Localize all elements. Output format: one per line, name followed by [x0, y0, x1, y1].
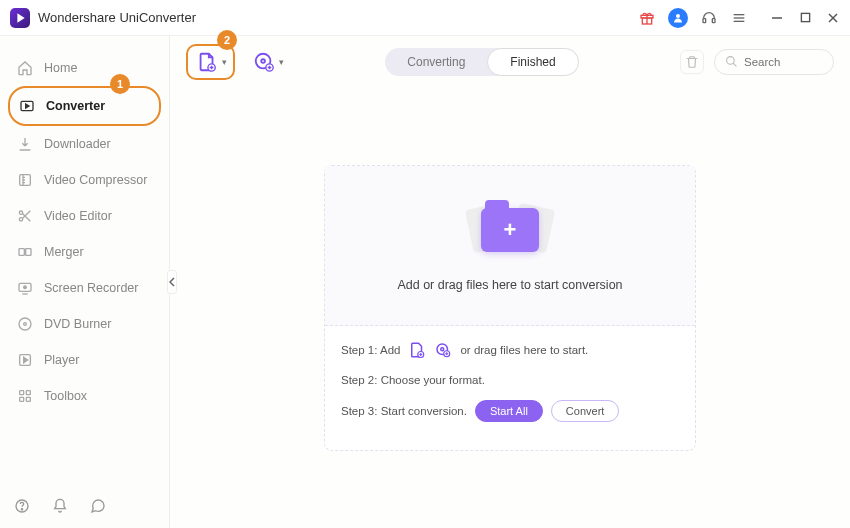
svg-rect-25	[20, 397, 24, 401]
sidebar-item-compressor[interactable]: Video Compressor	[8, 162, 161, 198]
sidebar-collapse-button[interactable]	[167, 270, 177, 294]
sidebar-item-label: Video Editor	[44, 209, 112, 223]
download-icon	[16, 135, 34, 153]
search-icon	[725, 55, 738, 69]
drop-headline: Add or drag files here to start conversi…	[397, 278, 622, 292]
sidebar-item-label: Screen Recorder	[44, 281, 139, 295]
bell-icon[interactable]	[52, 498, 70, 516]
svg-rect-23	[20, 391, 24, 395]
svg-point-15	[19, 218, 22, 221]
help-icon[interactable]	[14, 498, 32, 516]
sidebar-item-downloader[interactable]: Downloader	[8, 126, 161, 162]
start-all-button[interactable]: Start All	[475, 400, 543, 422]
add-file-caret[interactable]: ▾	[222, 57, 227, 67]
menu-icon[interactable]	[730, 9, 748, 27]
add-dvd-button[interactable]	[251, 50, 277, 74]
add-file-icon[interactable]	[408, 341, 426, 359]
callout-badge-1: 1	[110, 74, 130, 94]
titlebar: Wondershare UniConverter	[0, 0, 850, 36]
record-icon	[16, 279, 34, 297]
tab-finished[interactable]: Finished	[487, 48, 578, 76]
sidebar-item-editor[interactable]: Video Editor	[8, 198, 161, 234]
sidebar-item-label: Home	[44, 61, 77, 75]
converter-icon	[18, 97, 36, 115]
add-dvd-icon[interactable]	[434, 341, 452, 359]
svg-rect-26	[26, 397, 30, 401]
sidebar-item-converter[interactable]: Converter 1	[8, 86, 161, 126]
sidebar-item-home[interactable]: Home	[8, 50, 161, 86]
trash-button[interactable]	[680, 50, 704, 74]
svg-rect-3	[703, 18, 706, 22]
step-1: Step 1: Add or drag files here to start.	[341, 340, 679, 360]
svg-point-33	[727, 57, 735, 65]
search-box[interactable]	[714, 49, 834, 75]
svg-rect-24	[26, 391, 30, 395]
headset-icon[interactable]	[700, 9, 718, 27]
svg-point-36	[441, 348, 444, 351]
gift-icon[interactable]	[638, 9, 656, 27]
drop-zone[interactable]: + Add or drag files here to start conver…	[325, 166, 695, 326]
svg-point-21	[24, 323, 27, 326]
home-icon	[16, 59, 34, 77]
step-3: Step 3: Start conversion. Start All Conv…	[341, 400, 679, 422]
sidebar-item-recorder[interactable]: Screen Recorder	[8, 270, 161, 306]
feedback-icon[interactable]	[90, 498, 108, 516]
svg-point-28	[21, 509, 22, 510]
svg-point-31	[261, 59, 265, 63]
svg-rect-9	[801, 13, 809, 21]
play-icon	[16, 351, 34, 369]
add-file-button[interactable]	[194, 50, 220, 74]
step-2: Step 2: Choose your format.	[341, 370, 679, 390]
svg-rect-16	[19, 249, 24, 256]
sidebar-item-dvd[interactable]: DVD Burner	[8, 306, 161, 342]
tabs-switch: Converting Finished	[385, 48, 578, 76]
tab-converting[interactable]: Converting	[385, 48, 487, 76]
disc-icon	[16, 315, 34, 333]
sidebar-item-label: Player	[44, 353, 79, 367]
sidebar-item-label: Video Compressor	[44, 173, 147, 187]
maximize-button[interactable]	[798, 11, 812, 25]
avatar-icon[interactable]	[668, 8, 688, 28]
toolbar: 2 ▾ ▾ Converting Finished	[170, 36, 850, 88]
sidebar-item-label: Downloader	[44, 137, 111, 151]
convert-button[interactable]: Convert	[551, 400, 620, 422]
svg-point-19	[24, 286, 27, 289]
sidebar-item-merger[interactable]: Merger	[8, 234, 161, 270]
minimize-button[interactable]	[770, 11, 784, 25]
app-title: Wondershare UniConverter	[38, 10, 196, 25]
drop-panel: + Add or drag files here to start conver…	[324, 165, 696, 451]
svg-point-2	[676, 14, 680, 18]
add-dvd-caret[interactable]: ▾	[279, 57, 284, 67]
sidebar-item-label: Converter	[46, 99, 105, 113]
folder-illustration: +	[465, 200, 555, 260]
svg-rect-17	[26, 249, 31, 256]
sidebar: Home Converter 1 Downloader Video Compre…	[0, 36, 170, 528]
compress-icon	[16, 171, 34, 189]
merge-icon	[16, 243, 34, 261]
callout-badge-2: 2	[217, 30, 237, 50]
app-logo	[10, 8, 30, 28]
sidebar-item-label: Toolbox	[44, 389, 87, 403]
sidebar-item-player[interactable]: Player	[8, 342, 161, 378]
sidebar-item-toolbox[interactable]: Toolbox	[8, 378, 161, 414]
svg-point-14	[19, 211, 22, 214]
toolbox-icon	[16, 387, 34, 405]
svg-point-20	[19, 318, 31, 330]
search-input[interactable]	[744, 56, 824, 68]
close-button[interactable]	[826, 11, 840, 25]
sidebar-item-label: DVD Burner	[44, 317, 111, 331]
scissors-icon	[16, 207, 34, 225]
sidebar-item-label: Merger	[44, 245, 84, 259]
svg-rect-4	[712, 18, 715, 22]
